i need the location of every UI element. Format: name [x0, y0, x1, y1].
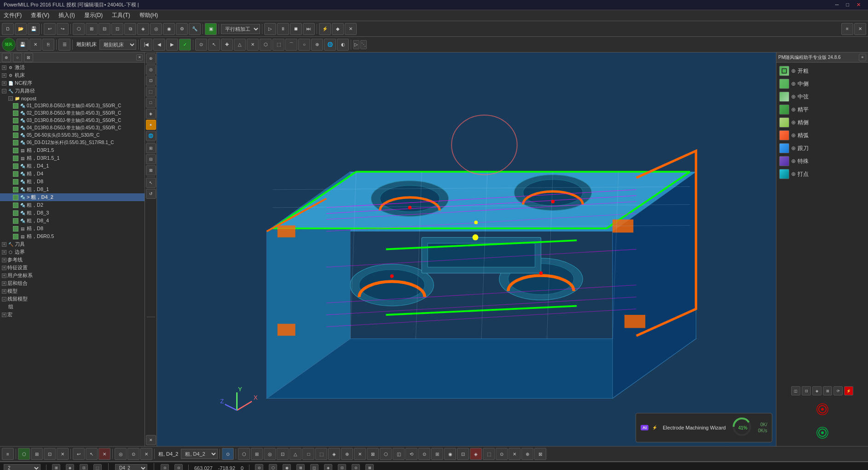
- right-settings[interactable]: ≡: [859, 54, 866, 61]
- tb3-32[interactable]: ⬚: [483, 448, 495, 460]
- tb-view5[interactable]: ⧉: [124, 23, 136, 35]
- tb-save[interactable]: 💾: [28, 23, 40, 35]
- chk-d6r05[interactable]: [13, 234, 18, 239]
- right-item-jingce[interactable]: ⊕ 精侧: [776, 116, 868, 129]
- tb3-18[interactable]: □: [302, 448, 314, 460]
- tb-view3[interactable]: ⊟: [98, 23, 110, 35]
- side-btn8[interactable]: 🌐: [146, 131, 156, 141]
- side-btn10[interactable]: ⊟: [146, 154, 156, 164]
- tb3-34[interactable]: ✕: [509, 448, 521, 460]
- tb3-24[interactable]: ⬡: [380, 448, 392, 460]
- tb3-9[interactable]: ◎: [115, 448, 127, 460]
- tb-undo[interactable]: ↩: [44, 23, 56, 35]
- machine-dropdown[interactable]: 雕刻机床: [99, 40, 136, 50]
- s-btn3[interactable]: ⊡: [80, 464, 88, 470]
- tb3-3[interactable]: ⊞: [31, 448, 43, 460]
- s-btn6[interactable]: ⊙: [174, 464, 183, 470]
- s-btn13[interactable]: ⊡: [338, 464, 346, 470]
- tb2-misc[interactable]: ◐: [337, 39, 349, 51]
- tb3-6[interactable]: ↩: [73, 448, 85, 460]
- tb-cam2[interactable]: 🔧: [189, 23, 201, 35]
- tb2-cube[interactable]: ⬚: [272, 39, 284, 51]
- right-tb1[interactable]: ◫: [791, 386, 800, 395]
- tb3-25[interactable]: ◫: [393, 448, 405, 460]
- tb2-check[interactable]: ✓: [179, 39, 191, 51]
- lp-close[interactable]: ✕: [136, 54, 143, 61]
- menu-display[interactable]: 显示(D): [82, 12, 105, 19]
- tb3-30[interactable]: ⊡: [457, 448, 469, 460]
- tb2-arrow[interactable]: ↖: [208, 39, 220, 51]
- tb2-hex[interactable]: ⬡: [260, 39, 272, 51]
- chk-d42[interactable]: [13, 195, 18, 200]
- tb3-path-dropdown[interactable]: 粗, D4_2: [181, 449, 218, 459]
- tb3-7[interactable]: ↖: [86, 448, 98, 460]
- side-btn11[interactable]: ⊠: [146, 165, 156, 175]
- electrode-wizard-btn[interactable]: AI ⚡ Electrode Machining Wizard 41% 0K/ …: [636, 413, 772, 442]
- s-btn2[interactable]: ◈: [66, 464, 74, 470]
- expand-toolpath[interactable]: -: [2, 89, 6, 93]
- tb3-16[interactable]: ⊡: [277, 448, 289, 460]
- s-btn15[interactable]: ⊠: [365, 464, 374, 470]
- expand-residual[interactable]: -: [2, 297, 6, 302]
- right-tb6[interactable]: ⚡: [844, 386, 853, 395]
- side-btn4[interactable]: ⬚: [146, 87, 156, 97]
- right-item-zhongxian[interactable]: ⊕ 中弦: [776, 90, 868, 103]
- tb3-1[interactable]: ≡: [2, 448, 14, 460]
- lp-btn1[interactable]: ⊕: [2, 53, 11, 62]
- right-tb5[interactable]: ⟳: [833, 386, 843, 395]
- tree-item-d84[interactable]: 🔩 粗，D8_4: [0, 217, 145, 225]
- tb2-logo[interactable]: 随风: [2, 38, 16, 52]
- expand-feature[interactable]: +: [2, 266, 6, 270]
- tree-item-d81[interactable]: 🔩 粗，D8_1: [0, 186, 145, 193]
- tb-cam1[interactable]: ⚙: [176, 23, 188, 35]
- chk-d8a[interactable]: [13, 179, 18, 185]
- tb-open[interactable]: 📂: [15, 23, 27, 35]
- tb2-snap[interactable]: ⊙: [195, 39, 207, 51]
- tree-item-layers[interactable]: + 层和组合: [0, 279, 145, 287]
- tb-view1[interactable]: ⬡: [73, 23, 85, 35]
- tb3-12[interactable]: ⊙: [222, 448, 234, 460]
- side-btn1[interactable]: ⊕: [146, 53, 156, 64]
- tb-view8[interactable]: ◉: [163, 23, 175, 35]
- menu-insert[interactable]: 插入(I): [57, 12, 76, 19]
- chk-06[interactable]: [13, 140, 18, 145]
- tb3-22[interactable]: ✕: [354, 448, 366, 460]
- right-item-teshu[interactable]: ⊕ 特殊: [776, 155, 868, 168]
- chk-d3r15[interactable]: [13, 148, 18, 153]
- tb-view7[interactable]: ◎: [150, 23, 162, 35]
- expand-model[interactable]: +: [2, 289, 6, 294]
- tb-green[interactable]: ▣: [205, 23, 217, 35]
- expand-macro[interactable]: +: [2, 313, 6, 317]
- lp-btn2[interactable]: ○: [13, 53, 22, 62]
- tree-item-d4[interactable]: 🔩 精，D4: [0, 170, 145, 178]
- tb3-14[interactable]: ⊞: [251, 448, 263, 460]
- tb3-19[interactable]: ⬚: [315, 448, 327, 460]
- tree-item-01[interactable]: 🔩 01_D13R0.8-D50J-带主轴(0.45/0.3)_S50/R_C: [0, 102, 145, 110]
- side-close-btn[interactable]: ✕: [146, 435, 156, 445]
- s-btn1[interactable]: ⊞: [52, 464, 60, 470]
- window-controls[interactable]: ─ □ ✕: [833, 2, 864, 8]
- tree-item-d3r15[interactable]: ▤ 精，D3R1.5: [0, 146, 145, 154]
- side-rotate-btn[interactable]: ↺: [146, 189, 156, 199]
- tb3-35[interactable]: ⊕: [521, 448, 533, 460]
- side-btn5[interactable]: □: [146, 98, 156, 108]
- tb3-10[interactable]: ⊙: [127, 448, 139, 460]
- tree-item-d6r05[interactable]: ▤ 精，D6R0.5: [0, 232, 145, 240]
- side-btn7[interactable]: ●: [146, 120, 156, 130]
- expand-nopost[interactable]: -: [8, 96, 13, 101]
- tb3-31[interactable]: ◈: [470, 448, 482, 460]
- tb-sim3[interactable]: ⏭: [303, 23, 315, 35]
- tree-item-04[interactable]: 🔩 04_D13R0.8-D50J-带主轴(0.45/0.3)_S50/R_C: [0, 124, 145, 132]
- tree-item-03[interactable]: 🔩 03_D13R0.8-D50J-带主轴(0.45/0.3)_S50/R_C: [0, 117, 145, 124]
- tb3-15[interactable]: ◎: [264, 448, 276, 460]
- tb-sim2[interactable]: ⏹: [290, 23, 302, 35]
- tb-misc2[interactable]: ◆: [332, 23, 344, 35]
- chk-d4[interactable]: [13, 171, 18, 177]
- tb2-list[interactable]: ☰: [58, 39, 70, 51]
- tb3-4[interactable]: ⊡: [44, 448, 56, 460]
- tree-item-ucs[interactable]: + 用户坐标系: [0, 272, 145, 279]
- tb-view2[interactable]: ⊞: [86, 23, 98, 35]
- tree-item-d8a[interactable]: 🔩 粗，D8: [0, 178, 145, 186]
- tree-item-d2[interactable]: 🔩 粗，D2: [0, 201, 145, 209]
- tb2-next[interactable]: ▶: [166, 39, 178, 51]
